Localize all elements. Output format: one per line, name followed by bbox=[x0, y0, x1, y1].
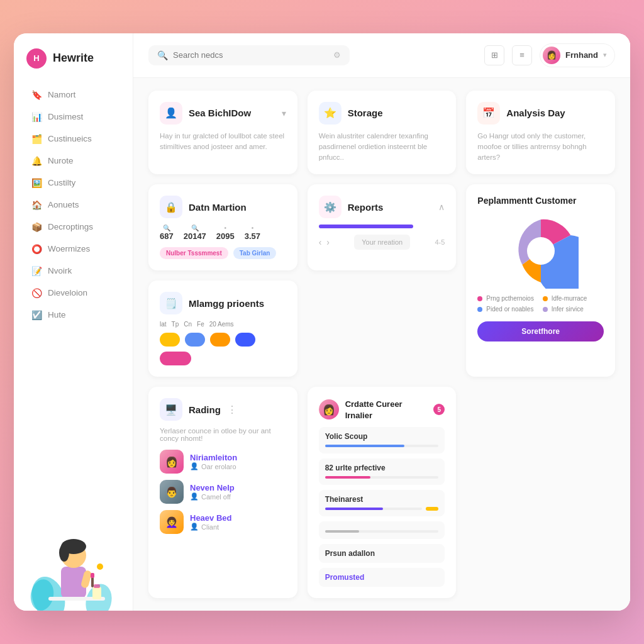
career-badge: 5 bbox=[433, 404, 445, 415]
svg-rect-11 bbox=[92, 587, 101, 599]
user-pill[interactable]: 👩 Frnhand ▾ bbox=[540, 43, 615, 67]
report-page-text: Your nreation bbox=[354, 235, 410, 250]
stat3-icon: • bbox=[216, 225, 235, 231]
career-bar-2 bbox=[325, 476, 370, 479]
sidebar-item-custilty[interactable]: 🖼️ Custilty bbox=[19, 172, 128, 194]
reading-menu-button[interactable]: ⋮ bbox=[227, 404, 237, 416]
person-avatar-3: 👩‍🦱 bbox=[160, 510, 184, 534]
aonuets-icon: 🏠 bbox=[31, 200, 42, 210]
legend-item-pink: Prng pcthernoios bbox=[477, 295, 538, 302]
stat1-icon: 🔍 bbox=[160, 225, 174, 231]
search-input[interactable] bbox=[173, 50, 328, 60]
grid-view-button[interactable]: ⊞ bbox=[484, 45, 504, 65]
card-data-header: 🔒 Datn Martion bbox=[160, 196, 286, 218]
career-item-5: Prsun adallon bbox=[319, 544, 445, 563]
report-next-button[interactable]: › bbox=[326, 237, 330, 247]
nvoirk-icon: 📝 bbox=[31, 266, 42, 276]
role-icon-2: 👤 bbox=[190, 492, 199, 501]
chart-action-button[interactable]: Soretfhore bbox=[477, 321, 604, 341]
sea-card-chevron-icon[interactable]: ▾ bbox=[282, 108, 286, 118]
sidebar-item-nurote[interactable]: 🔔 Nurote bbox=[19, 150, 128, 172]
report-progress-bar bbox=[319, 225, 414, 228]
data-badges: Nulber Tsssmmest Tab Girlan bbox=[160, 247, 286, 259]
person-avatar-1: 👩 bbox=[160, 450, 184, 474]
person-role-2: 👤 Camel off bbox=[190, 492, 235, 501]
data-card-icon: 🔒 bbox=[160, 196, 182, 218]
dieveloion-icon: 🚫 bbox=[31, 288, 42, 298]
cards-grid: 👤 Sea BichIDow ▾ Hay in tur gralcted of … bbox=[133, 78, 630, 611]
manage-labels: lat Tp Cn Fe 20 Aems bbox=[160, 321, 286, 328]
card-chart: Peplammentt Customer bbox=[466, 184, 615, 377]
girl-illustration-svg: ✦ bbox=[30, 516, 118, 611]
logo-area: H Hewrite bbox=[14, 48, 133, 84]
svg-rect-12 bbox=[94, 584, 100, 588]
svg-text:✦: ✦ bbox=[98, 563, 103, 570]
report-bar-container bbox=[319, 225, 445, 228]
sidebar: H Hewrite 🔖 Namort 📊 Dusimest 🗂️ Custinu… bbox=[14, 33, 133, 611]
color-dots bbox=[160, 333, 286, 365]
badge-tab: Tab Girlan bbox=[233, 247, 277, 259]
sidebar-item-nvoirk[interactable]: 📝 Nvoirk bbox=[19, 260, 128, 282]
sidebar-item-dieveloion[interactable]: 🚫 Dieveloion bbox=[19, 282, 128, 304]
custinueics-icon: 🗂️ bbox=[31, 134, 42, 144]
person-item-1: 👩 Niriamleiton 👤 Oar erolaro bbox=[160, 450, 286, 474]
manage-card-title: Mlamgg prioents bbox=[189, 298, 264, 309]
legend-dot-orange bbox=[543, 296, 548, 301]
sidebar-item-custinueics[interactable]: 🗂️ Custinueics bbox=[19, 128, 128, 150]
card-manage-products: 🗒️ Mlamgg prioents lat Tp Cn Fe 20 Aems bbox=[148, 280, 297, 377]
reading-card-icon: 🖥️ bbox=[160, 398, 182, 421]
sidebar-item-namort[interactable]: 🔖 Namort bbox=[19, 84, 128, 106]
list-view-button[interactable]: ≡ bbox=[512, 45, 532, 65]
career-list: Yolic Scoup 82 urlte prfective Theinares… bbox=[319, 427, 445, 587]
legend-label-orange: Idfe-murrace bbox=[552, 295, 587, 302]
sidebar-item-dusimest[interactable]: 📊 Dusimest bbox=[19, 106, 128, 128]
career-name-6: Promusted bbox=[325, 573, 439, 582]
reading-desc: Yerlaser counce in otloe by our ant conc… bbox=[160, 427, 286, 442]
stat2-icon: 🔍 bbox=[184, 225, 206, 231]
role-icon-1: 👤 bbox=[190, 462, 199, 470]
sidebar-item-woermizes[interactable]: ⭕ Woermizes bbox=[19, 238, 128, 260]
pie-center bbox=[527, 237, 555, 265]
header: 🔍 ⚙ ⊞ ≡ 👩 Frnhand ▾ bbox=[133, 33, 630, 78]
sidebar-item-hute[interactable]: ☑️ Hute bbox=[19, 304, 128, 326]
sidebar-nav: 🔖 Namort 📊 Dusimest 🗂️ Custinueics 🔔 Nur… bbox=[14, 84, 133, 511]
svg-point-6 bbox=[59, 544, 69, 562]
sidebar-label-aonuets: Aonuets bbox=[48, 200, 79, 209]
sidebar-label-dieveloion: Dieveloion bbox=[48, 288, 87, 297]
card-analysis: 📅 Analysis Day Go Hangr utod only the cu… bbox=[466, 91, 615, 175]
person-name-2: Neven Nelp bbox=[190, 483, 235, 492]
pie-chart-svg bbox=[503, 213, 579, 289]
sidebar-item-decroptings[interactable]: 📦 Decroptings bbox=[19, 216, 128, 238]
career-name-2: 82 urlte prfective bbox=[325, 464, 439, 472]
reports-chevron-icon[interactable]: ∧ bbox=[438, 202, 445, 212]
stat4-icon: • bbox=[245, 225, 260, 231]
person-name-1: Niriamleiton bbox=[190, 453, 237, 462]
career-card-title: Crdatte Cureer Irnalier bbox=[345, 399, 402, 420]
card-manage-header: 🗒️ Mlamgg prioents bbox=[160, 292, 286, 314]
sidebar-item-aonuets[interactable]: 🏠 Aonuets bbox=[19, 194, 128, 216]
sidebar-label-custilty: Custilty bbox=[48, 178, 75, 187]
legend-label-blue: Pided or noables bbox=[486, 306, 533, 313]
search-box[interactable]: 🔍 ⚙ bbox=[148, 45, 350, 65]
sidebar-label-nvoirk: Nvoirk bbox=[48, 266, 72, 275]
person-item-3: 👩‍🦱 Heaev Bed 👤 Cliant bbox=[160, 510, 286, 534]
manage-label-4: Fe bbox=[197, 321, 204, 328]
manage-label-2: Tp bbox=[172, 321, 179, 328]
person-name-3: Heaev Bed bbox=[190, 513, 231, 523]
chart-title: Peplammentt Customer bbox=[477, 196, 604, 206]
card-career-header: 👩 Crdatte Cureer Irnalier 5 bbox=[319, 398, 445, 421]
sidebar-label-decroptings: Decroptings bbox=[48, 222, 93, 231]
stat1-val: 687 bbox=[160, 231, 174, 241]
sidebar-label-woermizes: Woermizes bbox=[48, 244, 90, 253]
data-stat-3: • 2095 bbox=[216, 225, 235, 241]
sea-card-icon: 👤 bbox=[160, 102, 182, 125]
career-name-1: Yolic Scoup bbox=[325, 432, 439, 441]
career-item-4 bbox=[319, 521, 445, 539]
report-prev-button[interactable]: ‹ bbox=[319, 237, 322, 247]
legend-item-orange: Idfe-murrace bbox=[543, 295, 604, 302]
manage-label-3: Cn bbox=[184, 321, 192, 328]
storage-card-desc: Wein alustriter calendrer texanfing pasd… bbox=[319, 131, 445, 164]
report-page-count: 4-5 bbox=[435, 238, 445, 246]
dusimest-icon: 📊 bbox=[31, 112, 42, 122]
sea-card-desc: Hay in tur gralcted of loullbot cate ste… bbox=[160, 131, 286, 153]
